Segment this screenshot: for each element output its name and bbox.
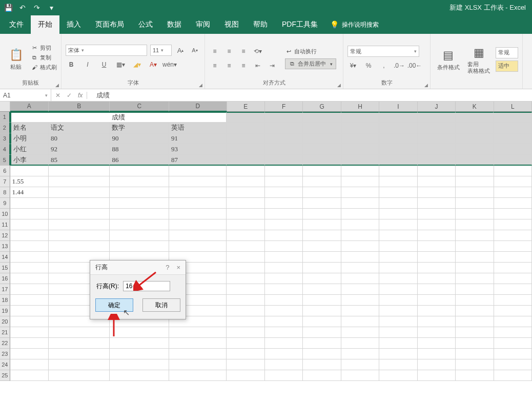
row-header-8[interactable]: 8 xyxy=(0,187,10,198)
cell-r23c6[interactable] xyxy=(303,349,341,359)
cell-r24c10[interactable] xyxy=(456,359,494,370)
align-top-button[interactable]: ≡ xyxy=(209,46,220,57)
cell-r23c8[interactable] xyxy=(379,349,417,359)
cell-j6[interactable] xyxy=(418,166,456,176)
cell-j3[interactable] xyxy=(418,133,456,144)
cell-d7[interactable] xyxy=(169,176,227,187)
cut-button[interactable]: ✂剪切 xyxy=(31,44,57,52)
cell-r13c1[interactable] xyxy=(49,241,110,252)
cell-a3[interactable]: 小明 xyxy=(10,133,49,144)
cell-f1[interactable] xyxy=(265,112,303,123)
col-header-f[interactable]: F xyxy=(265,102,303,112)
cell-r23c1[interactable] xyxy=(49,349,110,359)
cell-r20c10[interactable] xyxy=(456,316,494,327)
cell-i3[interactable] xyxy=(379,133,417,144)
cell-h1[interactable] xyxy=(341,112,379,123)
undo-icon[interactable]: ↶ xyxy=(18,4,27,12)
cell-r13c6[interactable] xyxy=(303,241,341,252)
cell-r23c0[interactable] xyxy=(10,349,49,359)
cell-r25c0[interactable] xyxy=(10,370,49,381)
cell-d8[interactable] xyxy=(169,187,227,198)
cell-r16c6[interactable] xyxy=(303,273,341,284)
cell-r11c1[interactable] xyxy=(49,219,110,230)
cell-r23c9[interactable] xyxy=(418,349,456,359)
cell-r17c10[interactable] xyxy=(456,284,494,295)
cell-r17c4[interactable] xyxy=(227,284,264,295)
cell-r23c4[interactable] xyxy=(227,349,264,359)
conditional-format-button[interactable]: ▤ 条件格式 xyxy=(435,36,462,81)
col-header-e[interactable]: E xyxy=(227,102,265,112)
align-center-button[interactable]: ≡ xyxy=(223,60,235,71)
cell-r10c11[interactable] xyxy=(494,209,532,219)
cell-r15c0[interactable] xyxy=(10,263,49,273)
cell-f4[interactable] xyxy=(265,144,303,155)
row-header-19[interactable]: 19 xyxy=(0,306,10,316)
cell-c7[interactable] xyxy=(110,176,169,187)
cell-r15c11[interactable] xyxy=(494,263,532,273)
cell-r10c3[interactable] xyxy=(169,209,227,219)
cell-r15c10[interactable] xyxy=(456,263,494,273)
cell-r24c8[interactable] xyxy=(379,359,417,370)
cell-l7[interactable] xyxy=(494,176,532,187)
cell-r20c4[interactable] xyxy=(227,316,264,327)
cell-r17c5[interactable] xyxy=(265,284,303,295)
row-header-16[interactable]: 16 xyxy=(0,273,10,284)
cell-b8[interactable] xyxy=(49,187,110,198)
cell-k6[interactable] xyxy=(456,166,494,176)
cell-r20c11[interactable] xyxy=(494,316,532,327)
cell-r13c9[interactable] xyxy=(418,241,456,252)
cell-h2[interactable] xyxy=(341,123,379,133)
cell-b3[interactable]: 80 xyxy=(49,133,110,144)
cell-r10c10[interactable] xyxy=(456,209,494,219)
cell-r14c5[interactable] xyxy=(265,252,303,263)
cell-r15c4[interactable] xyxy=(227,263,264,273)
cell-l1[interactable] xyxy=(494,112,531,123)
increase-indent-button[interactable]: ⇥ xyxy=(267,60,278,71)
cell-r18c4[interactable] xyxy=(227,295,264,306)
cell-r10c2[interactable] xyxy=(110,209,169,219)
row-header-2[interactable]: 2 xyxy=(0,123,10,133)
merge-center-button[interactable]: ⧉合并后居中▾ xyxy=(285,58,336,69)
row-header-11[interactable]: 11 xyxy=(0,219,10,230)
cell-j5[interactable] xyxy=(418,155,456,166)
cell-r13c8[interactable] xyxy=(379,241,417,252)
cell-r18c0[interactable] xyxy=(10,295,49,306)
cell-d2[interactable]: 英语 xyxy=(169,123,227,133)
cell-r12c0[interactable] xyxy=(10,230,49,241)
cell-r18c10[interactable] xyxy=(456,295,494,306)
cell-r14c4[interactable] xyxy=(227,252,264,263)
cell-h8[interactable] xyxy=(341,187,379,198)
cell-r18c8[interactable] xyxy=(379,295,417,306)
cell-r20c7[interactable] xyxy=(341,316,379,327)
cell-b5[interactable]: 85 xyxy=(49,155,110,166)
select-all-corner[interactable] xyxy=(0,102,10,112)
cell-r25c6[interactable] xyxy=(303,370,341,381)
cell-l4[interactable] xyxy=(494,144,532,155)
cell-f8[interactable] xyxy=(265,187,303,198)
cell-r23c3[interactable] xyxy=(169,349,227,359)
cell-c6[interactable] xyxy=(110,166,169,176)
cell-h3[interactable] xyxy=(341,133,379,144)
cell-r10c6[interactable] xyxy=(303,209,341,219)
cell-r21c10[interactable] xyxy=(456,327,494,338)
cell-r13c3[interactable] xyxy=(169,241,227,252)
cell-r11c8[interactable] xyxy=(379,219,417,230)
cell-r17c9[interactable] xyxy=(418,284,456,295)
cell-r10c5[interactable] xyxy=(265,209,303,219)
cell-r9c4[interactable] xyxy=(227,198,264,209)
cell-r12c8[interactable] xyxy=(379,230,417,241)
cell-r18c9[interactable] xyxy=(418,295,456,306)
decrease-font-button[interactable]: A▾ xyxy=(189,45,200,56)
decrease-indent-button[interactable]: ⇤ xyxy=(252,60,263,71)
dialog-close-button[interactable]: × xyxy=(176,264,180,271)
cell-a8[interactable]: 1.44 xyxy=(10,187,49,198)
comma-button[interactable]: , xyxy=(378,60,390,71)
row-header-20[interactable]: 20 xyxy=(0,316,10,327)
cell-r11c7[interactable] xyxy=(341,219,379,230)
cell-r14c0[interactable] xyxy=(10,252,49,263)
cell-k4[interactable] xyxy=(456,144,494,155)
cell-r25c4[interactable] xyxy=(227,370,264,381)
underline-button[interactable]: U xyxy=(98,59,110,70)
cell-r9c2[interactable] xyxy=(110,198,169,209)
cell-e5[interactable] xyxy=(227,155,264,166)
